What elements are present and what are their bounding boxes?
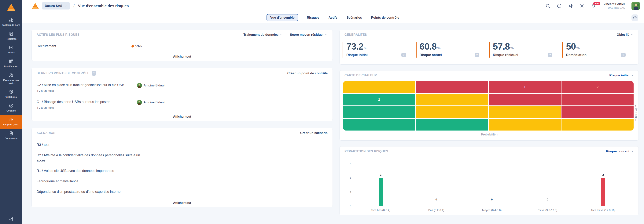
repartition-metric-dropdown[interactable]: Risque courant <box>606 149 634 153</box>
heatmap-cell[interactable] <box>562 119 634 131</box>
tab-scenarios[interactable]: Scénarios <box>346 14 362 21</box>
help-badge[interactable]: ? <box>474 53 479 57</box>
heatmap-cell[interactable] <box>416 119 488 131</box>
create-scenario-button[interactable]: Créer un scénario <box>300 131 328 135</box>
sidebar-item-exercices-des-droits[interactable]: Exercices des droits <box>0 71 22 87</box>
dropdown-label: Score moyen résiduel <box>290 33 324 37</box>
asset-type-dropdown[interactable]: Traitement de données <box>243 33 283 37</box>
list-item[interactable]: R1 / Vol de clé USB avec des données imp… <box>32 166 153 176</box>
sidebar-nav: Tableau de bord Registres Audits Planifi… <box>0 15 22 142</box>
list-item[interactable]: R2 / Atteinte à la confidentialité des d… <box>32 150 153 166</box>
stat-value: 73.2 <box>346 42 363 51</box>
table-row[interactable]: Recrutement 53% <box>32 40 332 53</box>
linked-object-dropdown[interactable]: Objet lié <box>617 33 634 37</box>
notifications-button[interactable]: 20+ <box>591 4 596 8</box>
heatmap-cell[interactable] <box>489 119 561 131</box>
sidebar-item-documents[interactable]: Documents <box>0 129 22 142</box>
sidebar-item-planification[interactable]: Planification <box>0 57 22 71</box>
heatmap-cell[interactable] <box>489 94 561 105</box>
heatmap-metric-dropdown[interactable]: Risque initial <box>609 74 634 77</box>
heatmap-cell[interactable] <box>416 81 488 93</box>
sidebar-settings-button[interactable] <box>9 216 14 222</box>
tab-points-de-controle[interactable]: Points de contrôle <box>371 14 400 21</box>
bar-value-label: 0 <box>436 198 437 201</box>
add-button[interactable] <box>557 4 562 8</box>
header-actions: 20+ Vincent Portier DASTRA SAS <box>545 2 640 10</box>
settings-button[interactable] <box>580 4 584 8</box>
assignee-name: Antoine Bidault <box>144 84 165 87</box>
scenario-title: Dépendance d'un prestataire ou d'une exp… <box>36 189 143 194</box>
create-control-point-button[interactable]: Créer un point de contrôle <box>287 71 328 75</box>
x-axis-category-label: Moyen (6.4-9.6) <box>464 209 520 212</box>
plus-circle-icon <box>557 4 562 8</box>
list-item[interactable]: Dépendance d'un prestataire ou d'une exp… <box>32 186 153 197</box>
heatmap-cell[interactable] <box>343 106 415 118</box>
heatmap-cell[interactable] <box>416 106 488 118</box>
tab-bar: Vue d'ensemble Risques Actifs Scénarios … <box>22 12 644 23</box>
workspace-selector[interactable]: Dastra SAS <box>42 2 70 10</box>
sidebar-logo[interactable] <box>0 0 22 15</box>
list-item[interactable]: R3 / test <box>32 140 153 150</box>
list-item[interactable]: C2 / Mise en place d'un tracker géolocal… <box>32 79 332 96</box>
help-badge[interactable]: ? <box>402 53 406 57</box>
user-name: Vincent Portier <box>604 2 625 6</box>
heatmap-cell[interactable] <box>343 119 415 131</box>
heatmap-cell[interactable]: 1 <box>343 94 415 105</box>
help-circle-icon <box>633 16 637 20</box>
help-button[interactable] <box>632 15 638 21</box>
heatmap-cell[interactable]: 1 <box>489 81 561 93</box>
user-block[interactable]: Vincent Portier DASTRA SAS <box>604 2 625 10</box>
chevron-down-icon <box>631 150 634 153</box>
card-header: CARTE DE CHALEUR Risque initial <box>340 71 638 80</box>
show-all-button[interactable]: Afficher tout <box>32 53 332 61</box>
sidebar-item-registres[interactable]: Registres <box>0 29 22 43</box>
show-all-button[interactable]: Afficher tout <box>32 199 332 207</box>
sidebar-item-label: Violations <box>6 96 17 99</box>
heatmap-cell[interactable] <box>562 106 634 118</box>
bar[interactable] <box>601 178 605 206</box>
asset-score: 53% <box>132 45 142 48</box>
card-control-points: DERNIERS POINTS DE CONTRÔLE ? Créer un p… <box>32 68 333 121</box>
heatmap-cell[interactable]: 2 <box>562 81 634 93</box>
help-badge[interactable]: ? <box>92 71 96 76</box>
sidebar-item-violations[interactable]: Violations <box>0 87 22 101</box>
scenario-title: Escroquerie et malveillance <box>36 179 143 184</box>
help-badge[interactable]: ? <box>621 53 626 57</box>
cookie-icon <box>9 103 14 108</box>
stat-value: 60.8 <box>420 42 436 51</box>
sidebar-item-risques[interactable]: Risques (beta) <box>0 115 22 129</box>
scenario-title: R3 / test <box>36 142 143 147</box>
tab-vue-densemble[interactable]: Vue d'ensemble <box>266 14 298 21</box>
card-title: GÉNÉRALITÉS <box>344 33 367 37</box>
control-point-title: C1 / Blocage des ports USBs sur tous les… <box>36 99 132 104</box>
bar-slot: 0 <box>520 164 575 206</box>
help-badge[interactable]: ? <box>548 53 552 57</box>
list-item[interactable]: C1 / Blocage des ports USBs sur tous les… <box>32 96 332 113</box>
dashboard-icon <box>9 18 14 23</box>
tab-actifs[interactable]: Actifs <box>328 14 338 21</box>
heatmap-cell[interactable] <box>562 94 634 105</box>
stat-unit: % <box>510 46 514 50</box>
list-item[interactable]: Escroquerie et malveillance <box>32 176 153 186</box>
sidebar-item-audits[interactable]: Audits <box>0 43 22 57</box>
sidebar-item-cookies[interactable]: Cookies <box>0 101 22 115</box>
show-all-button[interactable]: Afficher tout <box>32 113 332 121</box>
heatmap-cell[interactable] <box>489 106 561 118</box>
user-avatar[interactable] <box>632 2 640 10</box>
search-button[interactable] <box>545 4 550 8</box>
sidebar-item-tableau-de-bord[interactable]: Tableau de bord <box>0 15 22 29</box>
heatmap-cell[interactable] <box>343 81 415 93</box>
assignee-avatar <box>137 83 142 88</box>
bar[interactable] <box>378 178 383 206</box>
announcements-button[interactable] <box>568 4 573 8</box>
dropdown-label: Objet lié <box>617 33 630 37</box>
row-menu-button[interactable] <box>308 43 310 50</box>
heatmap-cell[interactable] <box>416 94 488 105</box>
control-point-title: C2 / Mise en place d'un tracker géolocal… <box>36 82 132 87</box>
card-header: GÉNÉRALITÉS Objet lié <box>340 30 638 40</box>
scenario-title: R2 / Atteinte à la confidentialité des d… <box>36 153 143 163</box>
card-title: RÉPARTITION DES RISQUES <box>344 150 388 153</box>
score-metric-dropdown[interactable]: Score moyen résiduel <box>290 33 328 37</box>
score-dot-icon <box>132 45 134 48</box>
tab-risques[interactable]: Risques <box>306 14 320 21</box>
